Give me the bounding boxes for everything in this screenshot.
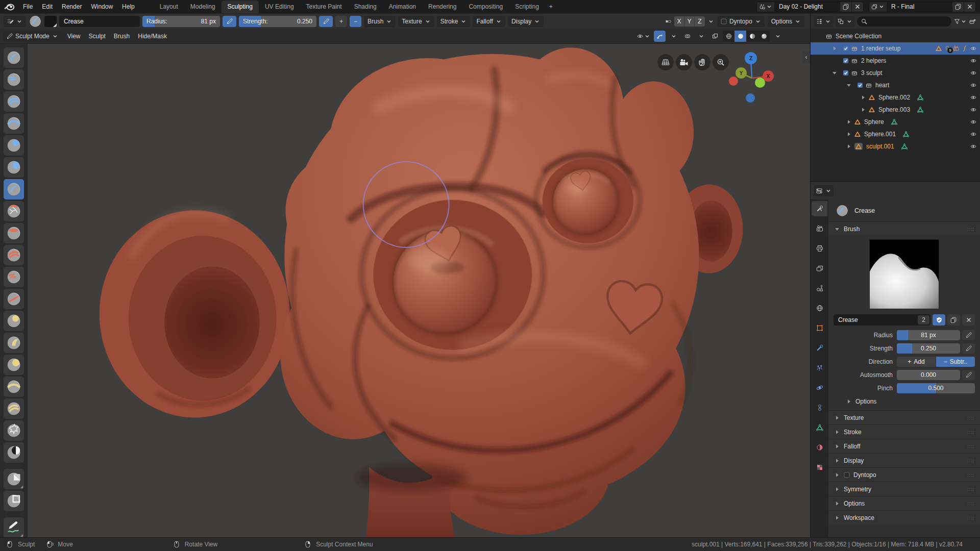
menu-render[interactable]: Render bbox=[57, 2, 86, 12]
brush-name-field[interactable]: Crease bbox=[59, 16, 140, 27]
brush-nudge-button[interactable] bbox=[4, 398, 24, 419]
workspace-tab-shading[interactable]: Shading bbox=[348, 1, 383, 13]
section-dyntopo[interactable]: Dyntopo:::: bbox=[828, 467, 980, 482]
properties-tab-material[interactable] bbox=[812, 440, 827, 455]
properties-tab-scene[interactable] bbox=[812, 281, 827, 296]
direction-add-button[interactable]: +Add bbox=[897, 357, 936, 367]
duplicate-brush-button[interactable] bbox=[947, 314, 960, 325]
menu-window[interactable]: Window bbox=[86, 2, 117, 12]
radius-pressure-button[interactable] bbox=[223, 16, 236, 27]
outliner-filter-mode[interactable] bbox=[836, 16, 854, 27]
falloff-dropdown[interactable]: Falloff bbox=[473, 16, 505, 27]
section-symmetry[interactable]: Symmetry:::: bbox=[828, 482, 980, 496]
shading-wireframe-button[interactable] bbox=[723, 31, 734, 42]
section-options[interactable]: Options:::: bbox=[828, 496, 980, 510]
properties-tab-tool[interactable] bbox=[812, 201, 827, 216]
properties-tab-render[interactable] bbox=[812, 221, 827, 236]
sidebar-collapse-arrow[interactable]: ‹ bbox=[802, 51, 810, 63]
outliner-row-3-sculpt[interactable]: 3 sculpt bbox=[811, 67, 980, 79]
display-dropdown[interactable]: Display bbox=[508, 16, 544, 27]
viewport-menu-brush[interactable]: Brush bbox=[110, 31, 134, 41]
hide-eye-toggle[interactable] bbox=[970, 143, 976, 149]
strength-pressure-button[interactable] bbox=[319, 16, 333, 27]
symmetry-x-toggle[interactable]: X bbox=[674, 16, 684, 27]
shading-dropdown[interactable] bbox=[772, 31, 783, 42]
pinch-slider[interactable]: 0.500 bbox=[897, 383, 975, 393]
collection-checkbox[interactable] bbox=[840, 58, 851, 64]
direction-subtract-button[interactable]: − bbox=[350, 16, 361, 27]
disclosure-triangle[interactable] bbox=[843, 131, 854, 137]
section-display[interactable]: Display:::: bbox=[828, 453, 980, 467]
scene-icon[interactable] bbox=[757, 2, 774, 12]
properties-tab-modifiers[interactable] bbox=[812, 340, 827, 356]
fake-user-button[interactable] bbox=[933, 314, 945, 325]
disclosure-triangle[interactable] bbox=[843, 143, 854, 149]
hide-eye-toggle[interactable] bbox=[970, 45, 976, 52]
brush-name-input[interactable]: Crease 2 bbox=[834, 314, 930, 325]
disclosure-triangle[interactable] bbox=[857, 107, 869, 113]
strength-pressure-button[interactable] bbox=[962, 343, 975, 354]
collection-checkbox[interactable] bbox=[854, 82, 866, 88]
hide-eye-toggle[interactable] bbox=[970, 131, 976, 137]
hide-eye-toggle[interactable] bbox=[970, 70, 976, 76]
viewport-3d[interactable]: Sculpt Mode ViewSculptBrushHide/Mask bbox=[0, 29, 810, 537]
camera-nav-button[interactable] bbox=[676, 54, 692, 70]
view-layer-name[interactable]: R - Final bbox=[887, 2, 952, 12]
properties-tab-object-data[interactable] bbox=[812, 420, 827, 435]
brush-clay-strips-button[interactable] bbox=[4, 91, 24, 112]
view-layer-copy-button[interactable] bbox=[952, 2, 964, 12]
section-stroke[interactable]: Stroke:::: bbox=[828, 424, 980, 439]
brush-flatten-button[interactable] bbox=[4, 223, 24, 243]
scene-name[interactable]: Day 02 - Delight bbox=[774, 2, 840, 12]
section-texture[interactable]: Texture:::: bbox=[828, 410, 980, 424]
mode-selector[interactable]: Sculpt Mode bbox=[3, 31, 62, 42]
brush-blob-button[interactable] bbox=[4, 157, 24, 178]
outliner-row-scene-collection[interactable]: Scene Collection bbox=[811, 30, 980, 42]
brush-preview[interactable] bbox=[869, 239, 939, 309]
radius-slider[interactable]: 81 px bbox=[897, 330, 960, 340]
gizmos-toggle[interactable] bbox=[654, 31, 666, 42]
strength-slider[interactable]: 0.250 bbox=[897, 343, 960, 354]
outliner-row-sphere-002[interactable]: Sphere.002 bbox=[811, 91, 980, 104]
outliner-row-sculpt-001[interactable]: sculpt.001 bbox=[811, 140, 980, 153]
strength-slider[interactable]: Strength:0.250 bbox=[239, 16, 316, 27]
hand-nav-button[interactable] bbox=[694, 54, 710, 70]
brush-fill-button[interactable] bbox=[4, 245, 24, 265]
shading-solid-button[interactable] bbox=[734, 31, 746, 42]
brush-scrape-button[interactable] bbox=[4, 267, 24, 287]
section-falloff[interactable]: Falloff:::: bbox=[828, 439, 980, 453]
hide-eye-toggle[interactable] bbox=[970, 94, 976, 101]
outliner-row-heart[interactable]: heart bbox=[811, 79, 980, 91]
unlink-brush-button[interactable] bbox=[962, 314, 975, 325]
brush-options-subpanel[interactable]: Options bbox=[828, 395, 980, 407]
symmetry-z-toggle[interactable]: Z bbox=[695, 16, 705, 27]
brush-clay-button[interactable] bbox=[4, 69, 24, 90]
new-collection-button[interactable] bbox=[969, 18, 976, 24]
active-tool-selector[interactable] bbox=[4, 16, 26, 27]
collection-checkbox[interactable] bbox=[840, 70, 851, 76]
disclosure-triangle[interactable] bbox=[843, 119, 854, 125]
disclosure-triangle[interactable] bbox=[843, 82, 854, 88]
outliner-row-2-helpers[interactable]: 2 helpers bbox=[811, 55, 980, 67]
properties-tab-texture[interactable] bbox=[812, 460, 827, 475]
autosmooth-pressure-button[interactable] bbox=[962, 370, 975, 380]
properties-tab-object[interactable] bbox=[812, 320, 827, 336]
hide-eye-toggle[interactable] bbox=[970, 119, 976, 125]
symmetry-y-toggle[interactable]: Y bbox=[684, 16, 695, 27]
properties-editor-type[interactable] bbox=[814, 185, 834, 196]
direction-subtr-button[interactable]: −Subtr.. bbox=[936, 357, 975, 367]
autosmooth-slider[interactable]: 0.000 bbox=[897, 370, 960, 380]
gizmo-z-neg[interactable] bbox=[746, 93, 755, 103]
disclosure-triangle[interactable] bbox=[857, 94, 869, 101]
hide-eye-toggle[interactable] bbox=[970, 82, 976, 88]
texture-dropdown[interactable]: Texture bbox=[398, 16, 434, 27]
brush-users-count[interactable]: 2 bbox=[918, 315, 929, 324]
hide-eye-toggle[interactable] bbox=[970, 107, 976, 113]
overlays-dropdown[interactable] bbox=[695, 31, 707, 42]
scene-close-button[interactable] bbox=[851, 2, 863, 12]
workspace-tab-compositing[interactable]: Compositing bbox=[462, 1, 509, 13]
overlays-toggle[interactable] bbox=[681, 31, 693, 42]
view-layer-icon[interactable] bbox=[869, 2, 887, 12]
properties-tab-constraints[interactable] bbox=[812, 400, 827, 415]
brush-datablock-icon[interactable] bbox=[29, 15, 42, 28]
